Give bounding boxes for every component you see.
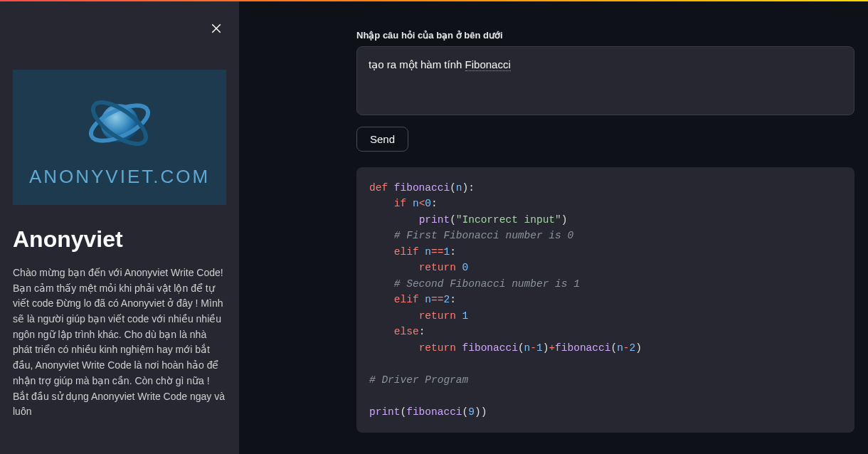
tok: fibonacci <box>406 406 462 418</box>
tok: ( <box>401 406 407 418</box>
tok: ) <box>481 406 487 418</box>
tok: : <box>468 182 475 194</box>
tok: # First Fibonacci number is 0 <box>394 230 573 241</box>
prompt-label: Nhập câu hỏi của bạn ở bên dưới <box>356 30 854 41</box>
app-root: ANONYVIET.COM Anonyviet Chào mừng bạn đế… <box>0 1 868 454</box>
tok: : <box>431 198 438 209</box>
prompt-text-pre: tạo ra một hàm tính <box>369 58 465 70</box>
tok: ( <box>610 342 617 354</box>
tok: n <box>524 342 531 354</box>
tok: elif <box>394 246 419 258</box>
main-content: Nhập câu hỏi của bạn ở bên dưới tạo ra m… <box>239 1 868 454</box>
tok: return <box>419 262 456 273</box>
tok: n <box>413 198 419 209</box>
tok: ) <box>561 214 568 226</box>
tok: print <box>419 214 450 226</box>
tok: fibonacci <box>555 342 610 354</box>
tok: ( <box>450 182 456 194</box>
close-sidebar-button[interactable] <box>206 19 226 38</box>
tok: n <box>617 342 623 354</box>
tok: if <box>394 198 406 209</box>
tok: : <box>450 294 456 305</box>
tok: n <box>425 246 431 258</box>
close-icon <box>210 22 223 35</box>
tok: 0 <box>462 262 469 273</box>
tok: 2 <box>630 342 636 354</box>
tok: + <box>549 342 555 354</box>
tok: 2 <box>443 294 450 305</box>
tok: return <box>419 342 456 354</box>
tok: return <box>419 310 456 322</box>
tok: elif <box>394 294 419 305</box>
main-inner: Nhập câu hỏi của bạn ở bên dưới tạo ra m… <box>356 30 854 433</box>
tok: 1 <box>443 246 450 258</box>
sidebar: ANONYVIET.COM Anonyviet Chào mừng bạn đế… <box>0 1 239 454</box>
tok: def <box>369 182 388 194</box>
tok: ) <box>475 406 481 418</box>
logo-text: ANONYVIET.COM <box>29 166 210 188</box>
tok: 0 <box>425 198 431 209</box>
tok: 9 <box>468 406 475 418</box>
code-output: def fibonacci(n): if n<0: print("Incorre… <box>356 167 854 433</box>
tok: print <box>369 406 401 418</box>
send-button[interactable]: Send <box>356 127 408 152</box>
tok: n <box>425 294 431 305</box>
tok: : <box>450 246 456 258</box>
tok: "Incorrect input" <box>456 214 561 226</box>
tok: 1 <box>462 310 469 322</box>
tok: else <box>394 326 419 337</box>
tok: 1 <box>536 342 543 354</box>
tok: : <box>419 326 425 337</box>
tok: == <box>431 246 443 258</box>
tok: - <box>530 342 536 354</box>
tok: ) <box>462 182 469 194</box>
prompt-text-fib: Fibonacci <box>465 58 511 71</box>
globe-icon <box>84 88 155 159</box>
tok: ( <box>518 342 524 354</box>
tok: == <box>431 294 443 305</box>
prompt-input[interactable]: tạo ra một hàm tính Fibonacci <box>356 46 854 115</box>
tok: ( <box>450 214 456 226</box>
logo-card: ANONYVIET.COM <box>13 70 226 205</box>
tok: fibonacci <box>462 342 518 354</box>
sidebar-description: Chào mừng bạn đến với Anonyviet Write Co… <box>13 265 226 420</box>
tok: # Second Fibonacci number is 1 <box>394 278 580 290</box>
tok: ( <box>462 406 469 418</box>
sidebar-title: Anonyviet <box>13 226 226 253</box>
tok: ) <box>635 342 642 354</box>
tok: fibonacci <box>394 182 450 194</box>
tok: n <box>456 182 462 194</box>
tok: - <box>623 342 630 354</box>
tok: # Driver Program <box>369 374 468 386</box>
